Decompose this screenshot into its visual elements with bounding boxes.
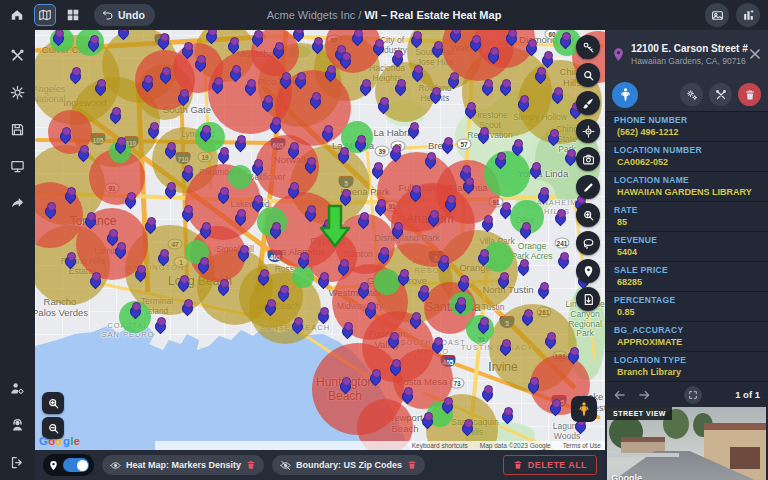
map-marker-pin[interactable]: [522, 311, 532, 324]
pegman-button[interactable]: [571, 396, 597, 422]
map-marker-pin[interactable]: [462, 421, 472, 434]
map-tool-key-button[interactable]: [576, 35, 600, 59]
location-settings-button[interactable]: [680, 83, 703, 106]
map-marker-pin[interactable]: [552, 89, 562, 102]
map-marker-pin[interactable]: [53, 31, 63, 44]
map-tool-brush-button[interactable]: [576, 91, 600, 115]
map-marker-pin[interactable]: [115, 244, 125, 257]
map-marker-pin[interactable]: [498, 274, 508, 287]
map-marker-pin[interactable]: [295, 74, 305, 87]
map-marker-pin[interactable]: [418, 287, 428, 300]
map-marker-pin[interactable]: [298, 254, 308, 267]
map-marker-pin[interactable]: [558, 254, 568, 267]
map-marker-pin[interactable]: [408, 124, 418, 137]
street-view-button[interactable]: [612, 82, 638, 108]
map-marker-pin[interactable]: [545, 334, 555, 347]
map-marker-pin[interactable]: [88, 37, 98, 50]
map-marker-pin[interactable]: [340, 379, 350, 392]
map-marker-pin[interactable]: [425, 154, 435, 167]
map-marker-pin[interactable]: [495, 154, 505, 167]
sidebar-logout-button[interactable]: [6, 450, 30, 474]
map-marker-pin[interactable]: [478, 251, 488, 264]
map-marker-pin[interactable]: [155, 319, 165, 332]
map-marker-pin[interactable]: [325, 67, 335, 80]
map-marker-pin[interactable]: [432, 339, 442, 352]
map-marker-pin[interactable]: [478, 319, 488, 332]
map-marker-pin[interactable]: [198, 259, 208, 272]
map-marker-pin[interactable]: [65, 254, 75, 267]
undo-button[interactable]: Undo: [94, 4, 155, 26]
map-marker-pin[interactable]: [288, 184, 298, 197]
map-marker-pin[interactable]: [270, 119, 280, 132]
map-marker-pin[interactable]: [502, 409, 512, 422]
nav-grid-button[interactable]: [62, 4, 84, 26]
map-marker-pin[interactable]: [238, 247, 248, 260]
map-marker-pin[interactable]: [432, 43, 442, 56]
map-marker-pin[interactable]: [378, 249, 388, 262]
map-marker-pin[interactable]: [520, 224, 530, 237]
map-marker-pin[interactable]: [107, 231, 117, 244]
map-marker-pin[interactable]: [252, 161, 262, 174]
eye-off-icon[interactable]: [280, 460, 291, 471]
map-marker-pin[interactable]: [372, 164, 382, 177]
map-marker-pin[interactable]: [390, 147, 400, 160]
map-marker-pin[interactable]: [538, 284, 548, 297]
map-marker-pin[interactable]: [500, 341, 510, 354]
map-marker-pin[interactable]: [145, 219, 155, 232]
map-marker-pin[interactable]: [182, 207, 192, 220]
map-marker-pin[interactable]: [455, 299, 465, 312]
map-marker-pin[interactable]: [230, 67, 240, 80]
map-marker-pin[interactable]: [500, 81, 510, 94]
map-marker-pin[interactable]: [410, 314, 420, 327]
map-marker-pin[interactable]: [550, 401, 560, 414]
map-marker-pin[interactable]: [235, 137, 245, 150]
markers-visibility-pill[interactable]: [43, 454, 94, 476]
map-marker-pin[interactable]: [130, 304, 140, 317]
map-marker-pin[interactable]: [252, 197, 262, 210]
expand-street-view-button[interactable]: [684, 386, 702, 404]
map-marker-pin[interactable]: [548, 131, 558, 144]
eye-icon[interactable]: [110, 460, 121, 471]
map-marker-pin[interactable]: [270, 224, 280, 237]
map-marker-pin[interactable]: [65, 189, 75, 202]
map-tool-camera-button[interactable]: [576, 147, 600, 171]
map-marker-pin[interactable]: [273, 44, 283, 57]
map-marker-pin[interactable]: [142, 77, 152, 90]
map-marker-pin[interactable]: [228, 39, 238, 52]
map-marker-pin[interactable]: [390, 361, 400, 374]
map-marker-pin[interactable]: [360, 81, 370, 94]
map-marker-pin[interactable]: [410, 187, 420, 200]
map-plus-button[interactable]: [736, 3, 760, 27]
map-marker-pin[interactable]: [178, 277, 188, 290]
sidebar-save-button[interactable]: [6, 117, 30, 141]
map-marker-pin[interactable]: [262, 97, 272, 110]
layer-chip[interactable]: Boundary: US Zip Codes: [272, 455, 425, 475]
map-marker-pin[interactable]: [218, 281, 228, 294]
map-marker-pin[interactable]: [470, 37, 480, 50]
map-marker-pin[interactable]: [318, 309, 328, 322]
map-marker-pin[interactable]: [182, 167, 192, 180]
map-marker-pin[interactable]: [395, 81, 405, 94]
map-marker-pin[interactable]: [342, 324, 352, 337]
map-marker-pin[interactable]: [518, 97, 528, 110]
map-marker-pin[interactable]: [90, 274, 100, 287]
map-marker-pin[interactable]: [148, 124, 158, 137]
layer-chip[interactable]: Heat Map: Markers Density: [102, 455, 264, 475]
nav-home-button[interactable]: [6, 4, 28, 26]
delete-all-button[interactable]: DELETE ALL: [503, 455, 597, 475]
map-marker-pin[interactable]: [85, 214, 95, 227]
map-marker-pin[interactable]: [78, 147, 88, 160]
map-marker-pin[interactable]: [438, 257, 448, 270]
map-marker-pin[interactable]: [448, 74, 458, 87]
map-marker-pin[interactable]: [488, 49, 498, 62]
map-marker-pin[interactable]: [235, 211, 245, 224]
map-marker-pin[interactable]: [135, 267, 145, 280]
map-marker-pin[interactable]: [195, 57, 205, 70]
map-marker-pin[interactable]: [158, 35, 168, 48]
map-marker-pin[interactable]: [445, 197, 455, 210]
map-marker-pin[interactable]: [352, 31, 362, 44]
map-attribution-item[interactable]: Terms of Use: [563, 442, 601, 449]
close-panel-button[interactable]: [748, 47, 762, 61]
map-marker-pin[interactable]: [212, 79, 222, 92]
map-marker-pin[interactable]: [218, 189, 228, 202]
